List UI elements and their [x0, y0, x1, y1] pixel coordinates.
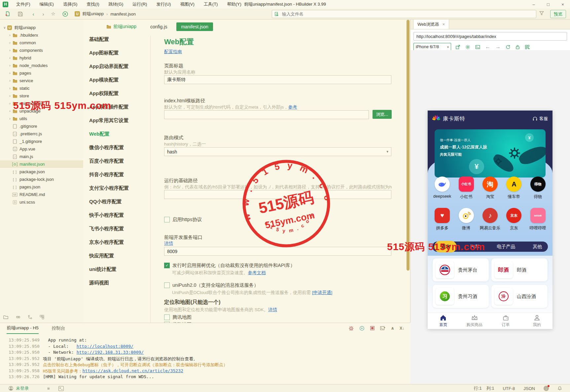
tree-row-_1.gitignore[interactable]: _1.gitignore: [0, 138, 83, 145]
tencent-map-checkbox[interactable]: [164, 314, 170, 320]
app-懂车帝[interactable]: A懂车帝: [503, 177, 525, 200]
star-icon[interactable]: ☆: [48, 10, 58, 18]
product-card-贵州习酒[interactable]: 习贵州习酒: [433, 285, 489, 308]
nav-item-京东小程序配置[interactable]: 京东小程序配置: [89, 239, 150, 245]
category-tab-电子产品[interactable]: 电子产品: [493, 244, 519, 250]
app-得物[interactable]: 得物得物: [527, 177, 549, 200]
tree-row-utils[interactable]: ›utils: [0, 115, 83, 122]
tree-row-.prettierrc.js[interactable]: J.prettierrc.js: [0, 130, 83, 138]
chevron-right-icon[interactable]: ›: [8, 109, 12, 113]
tree-row-main.js[interactable]: Jmain.js: [0, 153, 83, 160]
find-files-icon[interactable]: [16, 315, 20, 319]
app-deepseek[interactable]: deepseek: [431, 177, 453, 200]
app-网易云音乐[interactable]: ♪网易云音乐: [479, 208, 501, 231]
device-selector[interactable]: iPhone 6/7/8 ▾: [413, 43, 451, 51]
unipush-apply-link[interactable]: [申请开通]: [312, 290, 333, 295]
unipush-checkbox-row[interactable]: uniPush2.0（支持全端的消息推送服务）: [164, 282, 259, 288]
address-bar[interactable]: [413, 32, 567, 41]
minimize-button[interactable]: –: [526, 0, 541, 9]
chevron-right-icon[interactable]: ›: [8, 33, 12, 37]
nav-item-App图标配置[interactable]: App图标配置: [89, 50, 150, 56]
app-京东[interactable]: 京东京东: [503, 208, 525, 231]
tencent-map-row[interactable]: 腾讯地图: [164, 314, 192, 320]
editor-scrollbar[interactable]: [407, 20, 410, 271]
tree-row-store[interactable]: ›store: [0, 92, 83, 100]
config-guide-link[interactable]: 配置指南: [164, 49, 182, 55]
map-detail-link[interactable]: 详情: [268, 307, 277, 312]
forward-icon[interactable]: ›: [38, 10, 48, 18]
cursor-col[interactable]: 列:1: [486, 385, 494, 391]
close-tab-icon[interactable]: ×: [443, 22, 445, 27]
banner-carousel[interactable]: ¥ ¥ 做一件事·连接一群人 成就一群人·12亿深度人脉 共筑无限可能: [435, 129, 546, 178]
menu-跳转[interactable]: 跳转(G): [104, 0, 128, 9]
treeshake-checkbox-row[interactable]: ✓ 发行时启用摇树优化（自动裁剪没有使用的组件和API库）: [164, 262, 295, 269]
app-哔哩哔哩[interactable]: bilibili哔哩哔哩: [527, 208, 549, 231]
menu-运行[interactable]: 运行(R): [128, 0, 152, 9]
unipush-checkbox[interactable]: [164, 282, 170, 288]
nav-item-支付宝小程序配置[interactable]: 支付宝小程序配置: [89, 185, 150, 191]
save-icon[interactable]: [15, 10, 25, 18]
collapse-up-icon[interactable]: ∧: [391, 326, 394, 330]
tree-row-hybrid[interactable]: ›hybrid: [0, 54, 83, 62]
login-status[interactable]: 未登录: [9, 385, 29, 391]
https-checkbox[interactable]: [164, 217, 170, 222]
stop-icon[interactable]: [370, 326, 375, 331]
menu-帮助[interactable]: 帮助(Y): [222, 0, 246, 9]
explorer-icon[interactable]: [3, 315, 8, 319]
nav-item-App权限配置[interactable]: App权限配置: [89, 90, 150, 97]
chevron-right-icon[interactable]: ›: [8, 41, 12, 45]
chevron-down-icon[interactable]: ∨: [3, 26, 7, 29]
menu-文件[interactable]: 文件(F): [12, 0, 35, 9]
phone-tab-首页[interactable]: 首页: [428, 313, 459, 329]
tree-row-node_modules[interactable]: ›node_modules: [0, 62, 83, 69]
log-link[interactable]: http://localhost:8009/: [77, 344, 133, 350]
restart-icon[interactable]: [359, 326, 365, 331]
browse-button[interactable]: 浏览...: [373, 110, 392, 119]
console-tab-控制台[interactable]: 控制台: [52, 323, 65, 334]
chevron-right-icon[interactable]: ›: [8, 94, 12, 98]
arrow-left-icon[interactable]: ←: [485, 44, 490, 49]
back-icon[interactable]: ‹: [28, 10, 38, 18]
app-淘宝[interactable]: 淘淘宝: [479, 177, 501, 200]
treeshake-doc-link[interactable]: 参考文档: [248, 270, 266, 275]
template-path-input[interactable]: [164, 110, 369, 119]
popout-icon[interactable]: [455, 44, 460, 49]
page-title-input[interactable]: 康卡斯特: [164, 75, 391, 84]
update-icon[interactable]: ↓: [544, 386, 549, 391]
nav-item-App常用其它设置[interactable]: App常用其它设置: [89, 117, 150, 124]
maximize-button[interactable]: □: [541, 0, 555, 9]
lock-icon[interactable]: [516, 44, 520, 49]
app-微博[interactable]: 微博: [455, 208, 477, 231]
phone-tab-购买商品[interactable]: 购买商品: [459, 313, 490, 329]
qr-icon[interactable]: [525, 44, 530, 49]
tree-row-static[interactable]: ›static: [0, 84, 83, 92]
breadcrumb-file[interactable]: manifest.json: [110, 12, 136, 16]
cursor-line[interactable]: 行:1: [474, 385, 482, 391]
clear-logs-icon[interactable]: X↓: [400, 326, 404, 330]
menu-查找[interactable]: 查找(I): [82, 0, 104, 9]
bug-icon[interactable]: [348, 325, 354, 331]
nav-item-uni统计配置[interactable]: uni统计配置: [89, 266, 150, 273]
chevron-right-icon[interactable]: ›: [8, 86, 12, 90]
chevron-right-icon[interactable]: ›: [8, 79, 12, 82]
tree-row-service[interactable]: ›service: [0, 77, 83, 84]
tree-row-App.vue[interactable]: VApp.vue: [0, 145, 83, 153]
template-ref-link[interactable]: 参考: [288, 105, 297, 110]
close-button[interactable]: ×: [555, 0, 570, 9]
terminal-add-icon[interactable]: [380, 326, 385, 331]
run-icon[interactable]: [60, 10, 70, 18]
nav-item-微信小程序配置[interactable]: 微信小程序配置: [89, 145, 150, 151]
phone-tab-订单[interactable]: 订单: [490, 313, 521, 329]
chevron-right-icon[interactable]: ›: [8, 64, 12, 67]
tree-row-uni.scss[interactable]: Suni.scss: [0, 198, 83, 206]
menu-视图[interactable]: 视图(V): [175, 0, 199, 9]
chevron-right-icon[interactable]: ›: [8, 117, 12, 120]
nav-item-QQ小程序配置[interactable]: QQ小程序配置: [89, 199, 150, 205]
tree-row-package.json[interactable]: [ ]package.json: [0, 168, 83, 176]
chevron-right-icon[interactable]: ›: [8, 102, 12, 105]
product-card-山西汾酒[interactable]: 汾山西汾酒: [491, 285, 548, 308]
preview-button[interactable]: 预览: [550, 10, 566, 18]
nav-item-快应用配置[interactable]: 快应用配置: [89, 253, 150, 259]
phone-tab-我的[interactable]: 我的: [521, 313, 553, 329]
console-tab-前端uniapp - H5[interactable]: 前端uniapp - H5: [7, 323, 39, 334]
